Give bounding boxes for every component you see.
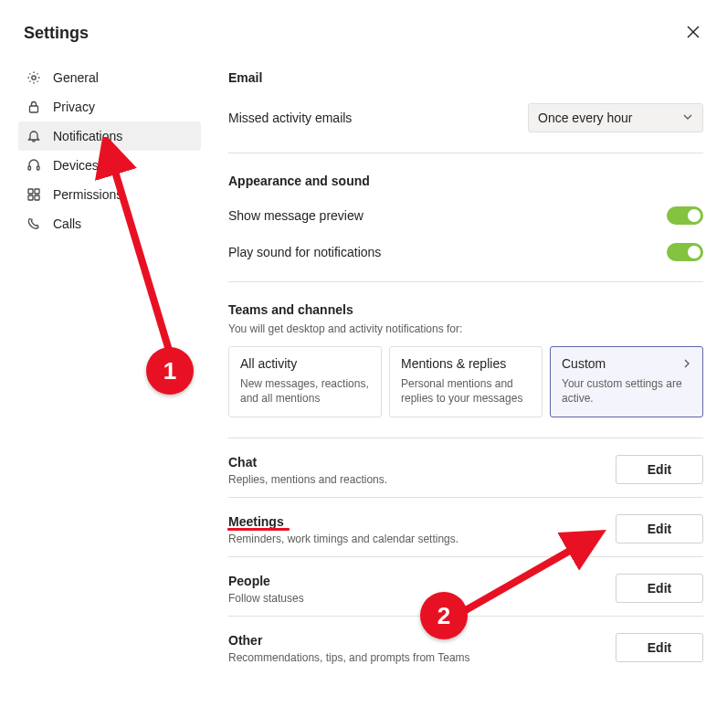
cat-meetings-desc: Reminders, work timings and calendar set… (228, 533, 458, 545)
svg-rect-8 (28, 195, 33, 200)
bell-icon (26, 128, 42, 144)
show-preview-label: Show message preview (228, 208, 364, 223)
option-mentions-replies[interactable]: Mentions & replies Personal mentions and… (389, 346, 543, 417)
sidebar-item-label: Calls (53, 216, 81, 231)
sidebar-item-notifications[interactable]: Notifications (18, 121, 201, 151)
cat-other-desc: Recommendations, tips, and prompts from … (228, 651, 470, 664)
section-appearance-title: Appearance and sound (228, 174, 703, 188)
card-desc: Personal mentions and replies to your me… (401, 376, 531, 406)
headset-icon (26, 157, 42, 174)
divider (228, 153, 703, 153)
section-email-title: Email (228, 70, 703, 85)
chevron-right-icon (682, 356, 691, 371)
play-sound-toggle[interactable] (667, 243, 703, 261)
divider (228, 616, 703, 617)
lock-icon (26, 99, 42, 115)
edit-other-button[interactable]: Edit (616, 633, 703, 662)
divider (228, 556, 703, 557)
cat-people-title: People (228, 574, 304, 588)
divider (228, 281, 703, 282)
apps-icon (26, 186, 42, 203)
play-sound-label: Play sound for notifications (228, 245, 381, 259)
select-value: Once every hour (538, 111, 633, 125)
card-desc: Your custom settings are active. (562, 376, 691, 406)
sidebar-item-label: Privacy (53, 100, 95, 114)
option-all-activity[interactable]: All activity New messages, reactions, an… (228, 346, 382, 417)
edit-chat-button[interactable]: Edit (616, 455, 703, 484)
chevron-down-icon (682, 111, 693, 125)
sidebar-item-calls[interactable]: Calls (18, 209, 201, 238)
gear-icon (26, 69, 42, 86)
divider (228, 438, 703, 438)
sidebar-item-label: Devices (53, 158, 99, 173)
card-title: All activity (240, 356, 370, 371)
sidebar-item-label: Permissions (53, 187, 122, 202)
svg-rect-5 (37, 166, 40, 170)
sidebar-item-general[interactable]: General (18, 63, 201, 92)
page-title: Settings (24, 24, 89, 43)
cat-chat-title: Chat (228, 455, 387, 470)
close-icon (687, 26, 700, 41)
section-teams-title: Teams and channels (228, 302, 703, 317)
card-desc: New messages, reactions, and all mention… (240, 376, 370, 406)
sidebar-item-devices[interactable]: Devices (18, 151, 201, 180)
svg-rect-3 (30, 106, 38, 112)
cat-other-title: Other (228, 633, 470, 648)
show-preview-toggle[interactable] (667, 206, 703, 225)
divider (228, 497, 703, 498)
teams-subtitle: You will get desktop and activity notifi… (228, 322, 703, 335)
phone-icon (26, 216, 42, 232)
svg-rect-4 (28, 166, 31, 170)
edit-people-button[interactable]: Edit (616, 574, 703, 603)
card-title: Mentions & replies (401, 356, 531, 371)
option-custom[interactable]: Custom Your custom settings are active. (550, 346, 703, 417)
cat-chat-desc: Replies, mentions and reactions. (228, 473, 387, 486)
svg-rect-6 (28, 189, 33, 194)
edit-meetings-button[interactable]: Edit (616, 514, 703, 543)
close-button[interactable] (683, 22, 703, 45)
missed-activity-label: Missed activity emails (228, 111, 352, 125)
cat-meetings-title: Meetings (228, 514, 458, 529)
cat-people-desc: Follow statuses (228, 592, 304, 605)
svg-rect-7 (35, 189, 39, 194)
sidebar-item-label: General (53, 70, 99, 85)
missed-activity-select[interactable]: Once every hour (528, 103, 703, 132)
main-content: Email Missed activity emails Once every … (201, 54, 727, 671)
svg-point-2 (32, 76, 36, 79)
sidebar-item-label: Notifications (53, 129, 122, 143)
card-title: Custom (562, 356, 606, 371)
sidebar-item-privacy[interactable]: Privacy (18, 92, 201, 121)
svg-rect-9 (35, 195, 39, 200)
sidebar: General Privacy Notifications Devices Pe… (0, 54, 201, 671)
sidebar-item-permissions[interactable]: Permissions (18, 180, 201, 209)
